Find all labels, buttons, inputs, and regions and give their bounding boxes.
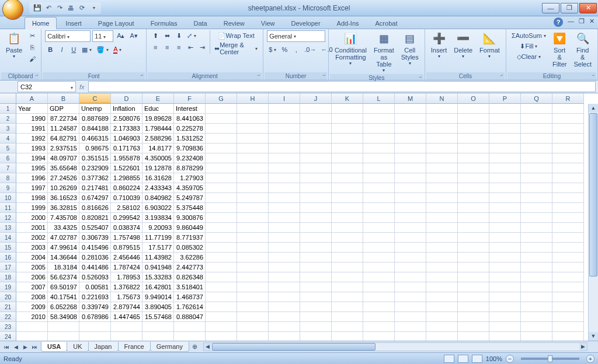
cell[interactable] <box>79 322 111 332</box>
cell[interactable]: 16.31628 <box>142 173 174 183</box>
row-header-1[interactable]: 1 <box>0 104 16 114</box>
column-header-L[interactable]: L <box>363 93 395 104</box>
cell[interactable] <box>458 134 489 144</box>
cell[interactable] <box>489 203 521 213</box>
cell[interactable] <box>269 213 300 223</box>
cell[interactable]: 4.350005 <box>142 153 174 163</box>
vscroll-thumb[interactable] <box>589 113 597 276</box>
cell[interactable] <box>332 292 363 302</box>
cell[interactable] <box>521 272 552 282</box>
cell[interactable] <box>206 243 237 253</box>
number-format-combo[interactable]: General <box>267 30 325 42</box>
cell[interactable]: 1992 <box>16 134 48 144</box>
align-top-icon[interactable]: ⬆ <box>150 30 161 41</box>
cell[interactable] <box>237 292 269 302</box>
cell[interactable] <box>552 104 584 114</box>
cell[interactable] <box>111 332 142 341</box>
cell[interactable] <box>458 183 489 193</box>
cell[interactable] <box>332 144 363 153</box>
cell[interactable]: 3.193834 <box>142 213 174 223</box>
cell[interactable] <box>300 104 332 114</box>
cell[interactable] <box>521 203 552 213</box>
cell[interactable] <box>552 312 584 322</box>
cell[interactable] <box>237 243 269 253</box>
cell[interactable]: 1997 <box>16 183 48 193</box>
cell[interactable] <box>426 163 458 173</box>
cell[interactable] <box>300 144 332 153</box>
cell[interactable] <box>363 292 395 302</box>
find-select-button[interactable]: 🔍Find & Select <box>571 30 594 69</box>
cell[interactable] <box>237 312 269 322</box>
cell[interactable] <box>300 233 332 243</box>
font-color-icon[interactable]: A <box>112 44 123 55</box>
row-header-4[interactable]: 4 <box>0 134 16 144</box>
cell[interactable] <box>237 104 269 114</box>
page-break-view-icon[interactable] <box>472 355 482 363</box>
cell[interactable] <box>458 332 489 341</box>
cell[interactable]: 0.221693 <box>79 292 111 302</box>
cell[interactable]: 0.339749 <box>79 302 111 312</box>
row-header-7[interactable]: 7 <box>0 163 16 173</box>
row-header-9[interactable]: 9 <box>0 183 16 193</box>
tab-data[interactable]: Data <box>186 17 214 29</box>
cell[interactable] <box>332 213 363 223</box>
cell[interactable] <box>521 134 552 144</box>
sort-filter-button[interactable]: 🔽Sort & Filter <box>550 30 569 69</box>
cell[interactable] <box>521 153 552 163</box>
cell[interactable]: 3.62286 <box>174 253 206 262</box>
cell[interactable]: 0.441486 <box>79 262 111 272</box>
cell[interactable] <box>552 322 584 332</box>
cell[interactable] <box>237 213 269 223</box>
cell[interactable] <box>363 213 395 223</box>
cell[interactable]: 9.232408 <box>174 153 206 163</box>
cell[interactable]: 27.24526 <box>48 173 79 183</box>
row-header-16[interactable]: 16 <box>0 253 16 262</box>
cell[interactable] <box>269 322 300 332</box>
cell[interactable]: 8.771937 <box>174 233 206 243</box>
cell[interactable]: 0.466315 <box>79 134 111 144</box>
cell[interactable] <box>552 134 584 144</box>
cell[interactable] <box>521 183 552 193</box>
align-center-icon[interactable]: ≡ <box>162 42 172 52</box>
cell[interactable] <box>363 173 395 183</box>
cell[interactable] <box>395 104 426 114</box>
row-header-12[interactable]: 12 <box>0 213 16 223</box>
font-size-combo[interactable]: 11 <box>92 30 113 42</box>
cell[interactable] <box>552 183 584 193</box>
quick-print-icon[interactable]: 🖶 <box>66 4 75 13</box>
cell[interactable]: 0.415496 <box>79 243 111 253</box>
column-header-Q[interactable]: Q <box>521 93 552 104</box>
cell[interactable]: 17.5177 <box>142 243 174 253</box>
cell[interactable] <box>458 193 489 203</box>
cell[interactable] <box>300 134 332 144</box>
cell[interactable] <box>426 292 458 302</box>
cell[interactable]: Educ <box>142 104 174 114</box>
cell[interactable] <box>206 292 237 302</box>
cell[interactable] <box>458 163 489 173</box>
cell[interactable]: 5.249787 <box>174 193 206 203</box>
align-left-icon[interactable]: ≡ <box>150 42 161 52</box>
cell[interactable] <box>552 144 584 153</box>
cell[interactable] <box>395 213 426 223</box>
cell[interactable] <box>489 134 521 144</box>
cell[interactable]: GDP <box>48 104 79 114</box>
tab-page-layout[interactable]: Page Layout <box>91 17 142 29</box>
cell[interactable] <box>458 322 489 332</box>
cell[interactable]: 2.508076 <box>111 114 142 124</box>
scroll-up-icon[interactable]: ▲ <box>589 104 598 113</box>
cell[interactable]: 0.844188 <box>79 124 111 134</box>
cell[interactable] <box>363 332 395 341</box>
cell[interactable] <box>552 233 584 243</box>
cell[interactable] <box>458 312 489 322</box>
column-header-D[interactable]: D <box>111 93 142 104</box>
cell[interactable]: 1.468737 <box>174 292 206 302</box>
cell[interactable] <box>16 332 48 341</box>
accounting-icon[interactable]: $ <box>267 44 278 55</box>
select-all-corner[interactable] <box>0 93 16 104</box>
cell[interactable] <box>363 104 395 114</box>
cell[interactable] <box>395 282 426 292</box>
cell[interactable] <box>237 193 269 203</box>
font-name-combo[interactable]: Calibri <box>45 30 91 42</box>
cell[interactable] <box>206 163 237 173</box>
indent-decrease-icon[interactable]: ⇤ <box>185 42 196 52</box>
